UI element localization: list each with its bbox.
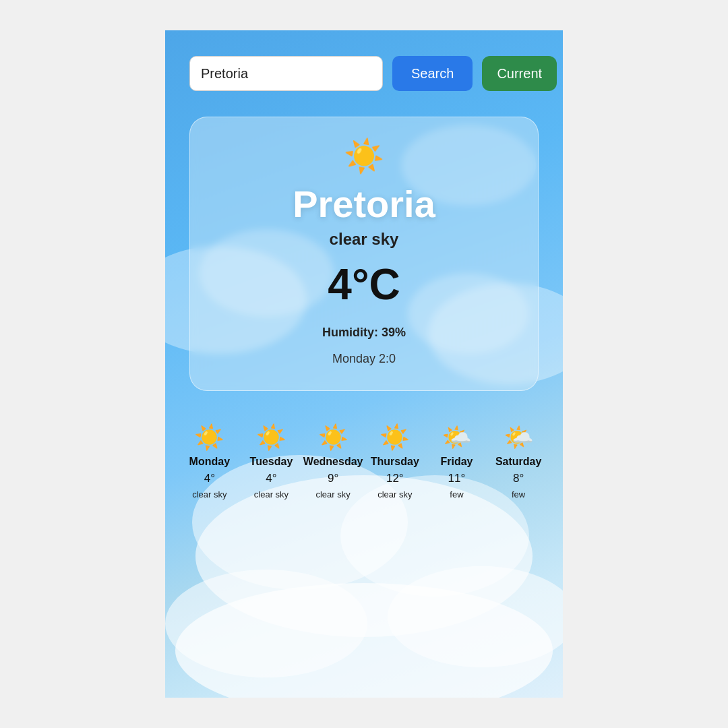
svg-point-9 [165, 570, 367, 677]
svg-point-8 [175, 583, 553, 698]
top-bar: Search Current [165, 30, 563, 111]
city-name: Pretoria [210, 182, 518, 226]
forecast-icon-2: ☀️ [306, 423, 360, 452]
forecast-icon-3: ☀️ [368, 423, 422, 452]
forecast-temp-0: 4° [183, 472, 237, 485]
forecast-temp-4: 11° [429, 472, 483, 485]
app-container: Search Current ☀️ Pretoria clear sky 4°C… [165, 30, 563, 698]
weather-description: clear sky [210, 230, 518, 249]
humidity-display: Humidity: 39% [210, 326, 518, 340]
forecast-icons-row: ☀️☀️☀️☀️🌤️🌤️ [179, 423, 549, 452]
forecast-icon-5: 🌤️ [491, 423, 545, 452]
forecast-desc-5: few [491, 489, 545, 499]
current-button[interactable]: Current [482, 56, 557, 91]
forecast-icon-0: ☀️ [183, 423, 237, 452]
forecast-day-5: Saturday [491, 456, 545, 468]
forecast-days-row: MondayTuesdayWednesdayThursdayFridaySatu… [179, 456, 549, 468]
svg-point-0 [195, 475, 533, 637]
forecast-day-3: Thursday [368, 456, 422, 468]
forecast-desc-3: clear sky [368, 489, 422, 499]
forecast-day-4: Friday [429, 456, 483, 468]
forecast-icon-1: ☀️ [244, 423, 298, 452]
forecast-desc-4: few [429, 489, 483, 499]
weather-card: ☀️ Pretoria clear sky 4°C Humidity: 39% … [189, 117, 539, 391]
forecast-temp-2: 9° [306, 472, 360, 485]
forecast-temps-row: 4°4°9°12°11°8° [179, 472, 549, 485]
forecast-icon-4: 🌤️ [429, 423, 483, 452]
forecast-desc-0: clear sky [183, 489, 237, 499]
temperature-display: 4°C [210, 260, 518, 309]
search-input[interactable] [189, 56, 383, 91]
datetime-display: Monday 2:0 [210, 352, 518, 366]
forecast-temp-3: 12° [368, 472, 422, 485]
search-button[interactable]: Search [392, 56, 473, 91]
forecast-desc-2: clear sky [306, 489, 360, 499]
forecast-desc-1: clear sky [244, 489, 298, 499]
forecast-descs-row: clear skyclear skyclear skyclear skyfewf… [179, 489, 549, 499]
forecast-day-2: Wednesday [306, 456, 360, 468]
forecast-day-0: Monday [183, 456, 237, 468]
weather-icon-main: ☀️ [210, 138, 518, 175]
forecast-temp-1: 4° [244, 472, 298, 485]
forecast-temp-5: 8° [491, 472, 545, 485]
svg-point-10 [388, 566, 563, 667]
forecast-section: ☀️☀️☀️☀️🌤️🌤️ MondayTuesdayWednesdayThurs… [165, 423, 563, 499]
forecast-day-1: Tuesday [244, 456, 298, 468]
